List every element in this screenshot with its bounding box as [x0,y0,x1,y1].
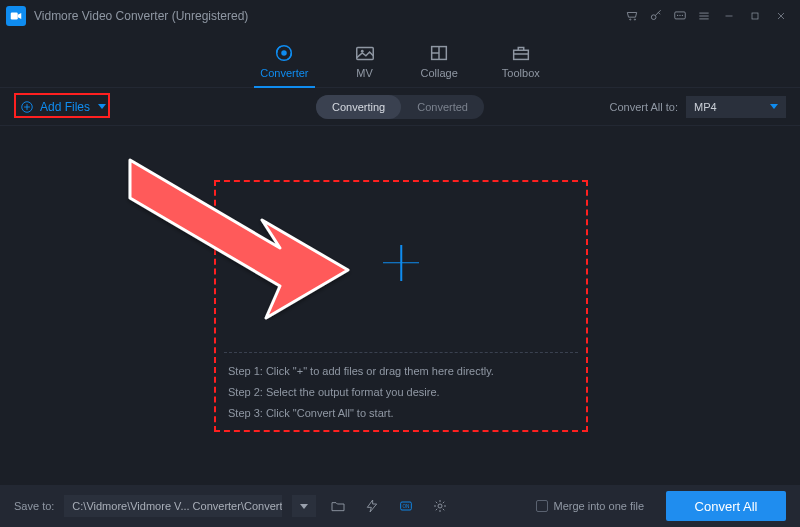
dropdown-caret-icon [300,504,308,509]
step-1: Step 1: Click "+" to add files or drag t… [228,365,574,377]
collage-icon [427,42,451,64]
feedback-icon[interactable] [668,4,692,28]
open-folder-button[interactable] [326,495,350,517]
bottom-bar: Save to: C:\Vidmore\Vidmore V... Convert… [0,485,800,527]
mv-icon [353,42,377,64]
app-logo [6,6,26,26]
titlebar: Vidmore Video Converter (Unregistered) [0,0,800,32]
dropzone-top [216,181,586,344]
convert-all-to: Convert All to: MP4 [610,96,786,118]
toggle-converting[interactable]: Converting [316,95,401,119]
dropdown-caret-icon [98,104,106,109]
toggle-converted[interactable]: Converted [401,95,484,119]
secondary-bar: Add Files Converting Converted Convert A… [0,88,800,126]
tab-label: Collage [421,67,458,79]
merge-checkbox[interactable]: Merge into one file [536,500,645,512]
step-3: Step 3: Click "Convert All" to start. [228,407,574,419]
cart-icon[interactable] [620,4,644,28]
steps-help: Step 1: Click "+" to add files or drag t… [216,365,586,429]
svg-rect-3 [752,13,758,19]
key-icon[interactable] [644,4,668,28]
save-to-label: Save to: [14,500,54,512]
step-2: Step 2: Select the output format you des… [228,386,574,398]
hw-accel-button[interactable] [360,495,384,517]
dropzone[interactable]: Step 1: Click "+" to add files or drag t… [216,181,586,429]
svg-point-13 [438,504,442,508]
toolbox-icon [509,42,533,64]
tab-converter[interactable]: Converter [254,38,314,87]
tab-label: MV [356,67,373,79]
maximize-button[interactable] [742,4,768,28]
save-path-dropdown[interactable] [292,495,316,517]
app-window: Vidmore Video Converter (Unregistered) C… [0,0,800,527]
save-path-field[interactable]: C:\Vidmore\Vidmore V... Converter\Conver… [64,495,282,517]
main-nav: Converter MV Collage Toolbox [0,32,800,88]
close-button[interactable] [768,4,794,28]
tab-mv[interactable]: MV [347,38,383,87]
checkbox-icon [536,500,548,512]
tab-collage[interactable]: Collage [415,38,464,87]
settings-button[interactable] [428,495,452,517]
convert-all-button[interactable]: Convert All [666,491,786,521]
format-selected: MP4 [694,101,717,113]
svg-point-1 [651,15,656,20]
svg-rect-0 [11,13,18,20]
convert-all-to-label: Convert All to: [610,101,678,113]
converter-icon [272,42,296,64]
dropdown-caret-icon [770,104,778,109]
status-toggle: Converting Converted [316,95,484,119]
gpu-toggle[interactable]: ON [394,495,418,517]
menu-icon[interactable] [692,4,716,28]
plus-icon[interactable] [383,245,419,281]
merge-label: Merge into one file [554,500,645,512]
svg-rect-9 [513,50,528,59]
output-format-dropdown[interactable]: MP4 [686,96,786,118]
svg-point-5 [282,50,288,56]
divider [224,352,578,353]
tab-label: Converter [260,67,308,79]
svg-text:ON: ON [403,504,410,509]
app-title: Vidmore Video Converter (Unregistered) [34,9,248,23]
add-files-button[interactable]: Add Files [14,96,112,118]
minimize-button[interactable] [716,4,742,28]
tab-toolbox[interactable]: Toolbox [496,38,546,87]
add-files-label: Add Files [40,100,90,114]
tab-label: Toolbox [502,67,540,79]
main-area: Step 1: Click "+" to add files or drag t… [0,126,800,485]
